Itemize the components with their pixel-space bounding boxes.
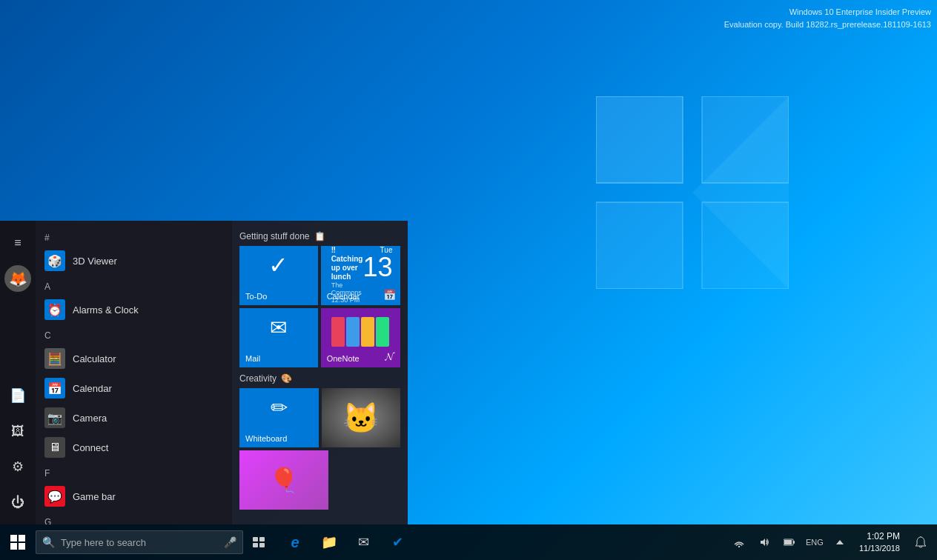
search-placeholder-text: Type here to search	[61, 537, 218, 548]
onenote-bar-3	[361, 317, 374, 347]
tile-row-3: ✏ Whiteboard 🐱	[239, 388, 400, 447]
onenote-bar-4	[376, 317, 389, 347]
onenote-bars	[331, 317, 389, 347]
app-item-connect[interactable]: 🖥 Connect	[36, 433, 232, 462]
taskbar-mail[interactable]: ✉	[347, 524, 380, 560]
tile-section-getting-stuff: Getting stuff done 📋	[239, 231, 400, 241]
tile-todo[interactable]: ✓ To-Do	[239, 246, 318, 305]
tray-time: 1:02 PM	[867, 531, 900, 543]
svg-marker-14	[761, 539, 765, 546]
microphone-icon[interactable]: 🎤	[224, 536, 236, 548]
start-button[interactable]	[0, 524, 36, 560]
svg-rect-8	[19, 543, 25, 550]
tray-network-icon[interactable]	[727, 530, 751, 554]
taskbar-search-bar[interactable]: 🔍 Type here to search 🎤	[36, 530, 243, 554]
tile-onenote[interactable]: OneNote 𝓝	[321, 308, 400, 367]
app-item-alarmsclock[interactable]: ⏰ Alarms & Clock	[36, 295, 232, 324]
app-list-panel: # 🎲 3D Viewer A ⏰ Alarms & Clock C	[36, 221, 232, 524]
tile-calendar[interactable]: ‼ Catching up over lunch The Commons 12:…	[321, 246, 400, 305]
todo-tile-content: ✓	[245, 250, 312, 292]
section-header-c: C	[36, 324, 232, 344]
tray-volume-icon[interactable]	[752, 530, 776, 554]
balloon-icon: 🎈	[269, 466, 299, 494]
onenote-bar-2	[346, 317, 360, 347]
windows-logo	[596, 96, 789, 289]
tiles-panel: Getting stuff done 📋 ✓ To-Do	[232, 221, 408, 524]
task-view-icon	[253, 537, 266, 547]
app-item-3dviewer[interactable]: 🎲 3D Viewer	[36, 246, 232, 276]
calculator-icon: 🧮	[44, 348, 65, 369]
tray-battery-icon[interactable]	[778, 530, 801, 554]
tile-row-1: ✓ To-Do ‼ Catching up over lunch The Com…	[239, 246, 400, 305]
onenote-logo-icon: 𝓝	[385, 350, 394, 363]
calendar-date: 13	[362, 254, 392, 281]
tray-date: 11/13/2018	[859, 543, 900, 553]
svg-rect-11	[253, 543, 258, 547]
tile-row-2: ✉ Mail OneNote	[239, 308, 400, 367]
app-item-calculator[interactable]: 🧮 Calculator	[36, 344, 232, 373]
app-label-feedbackhub: Game bar	[73, 491, 116, 502]
tile-section-creativity: Creativity 🎨	[239, 373, 400, 384]
tile-whiteboard-label: Whiteboard	[245, 434, 313, 443]
svg-rect-17	[793, 541, 795, 544]
desktop: Windows 10 Enterprise Insider Preview Ev…	[0, 0, 937, 560]
app-item-feedbackhub[interactable]: 💬 Game bar	[36, 481, 232, 511]
app-label-3dviewer: 3D Viewer	[73, 256, 117, 267]
onenote-bar-1	[331, 317, 345, 347]
tile-todo-label: To-Do	[245, 292, 312, 301]
connect-icon: 🖥	[44, 437, 65, 458]
tile-mail-label: Mail	[245, 354, 312, 363]
section-header-f: F	[36, 462, 232, 481]
start-menu: ≡ 🦊 📄 🖼 ⚙ ⏻ # 🎲 3D Viewer	[0, 221, 408, 524]
camera-icon: 📷	[44, 407, 65, 428]
tray-more-icon[interactable]	[828, 530, 852, 554]
section-header-hash: #	[36, 227, 232, 246]
tray-datetime[interactable]: 1:02 PM 11/13/2018	[853, 531, 906, 553]
taskbar-todo[interactable]: ✔	[381, 524, 414, 560]
taskbar-file-explorer[interactable]: 📁	[313, 524, 345, 560]
user-avatar[interactable]: 🦊	[4, 265, 31, 292]
svg-rect-12	[259, 543, 265, 547]
cat-emoji-icon: 🐱	[342, 401, 380, 436]
tile-cat-photo[interactable]: 🐱	[322, 388, 400, 447]
notification-icon	[916, 536, 926, 548]
svg-marker-2	[596, 202, 683, 289]
section-header-g: G	[36, 511, 232, 524]
tile-mail[interactable]: ✉ Mail	[239, 308, 318, 367]
mail-tile-content: ✉	[245, 313, 312, 354]
app-label-calculator: Calculator	[73, 353, 116, 364]
svg-point-13	[738, 546, 740, 547]
svg-rect-16	[784, 540, 792, 544]
photos-icon[interactable]: 🖼	[1, 415, 34, 447]
volume-icon-svg	[759, 537, 769, 547]
search-icon: 🔍	[42, 536, 55, 548]
whiteboard-tile-content: ✏	[245, 393, 313, 434]
alarmsclock-icon: ⏰	[44, 299, 65, 320]
task-view-button[interactable]	[243, 524, 276, 560]
app-label-connect: Connect	[73, 442, 108, 453]
section-header-a: A	[36, 276, 232, 295]
power-icon[interactable]: ⏻	[1, 486, 34, 519]
hamburger-menu-button[interactable]: ≡	[1, 227, 34, 259]
taskbar-edge[interactable]: e	[279, 524, 311, 560]
taskbar-apps: e 📁 ✉ ✔	[276, 524, 417, 560]
documents-icon[interactable]: 📄	[1, 379, 34, 412]
tile-row-4: 🎈	[239, 450, 400, 510]
taskbar: 🔍 Type here to search 🎤 e 📁	[0, 524, 937, 560]
tray-keyboard-icon[interactable]: ENG	[803, 530, 827, 554]
svg-rect-9	[253, 537, 258, 541]
mail-app-icon: ✉	[358, 534, 369, 550]
tile-paint3d[interactable]: 🎈	[239, 450, 328, 510]
app-label-alarmsclock: Alarms & Clock	[73, 304, 139, 316]
settings-icon[interactable]: ⚙	[1, 450, 34, 483]
tile-onenote-label: OneNote	[327, 354, 360, 363]
network-icon-svg	[734, 537, 744, 547]
app-label-camera: Camera	[73, 413, 107, 424]
paint3d-tile-content: 🎈	[239, 450, 328, 510]
app-item-calendar[interactable]: 📅 Calendar	[36, 373, 232, 403]
tile-whiteboard[interactable]: ✏ Whiteboard	[239, 388, 319, 447]
tray-expand-icon	[836, 539, 844, 546]
notification-button[interactable]	[907, 524, 934, 560]
calendar-event-title: ‼ Catching up over lunch	[331, 246, 363, 281]
app-item-camera[interactable]: 📷 Camera	[36, 403, 232, 433]
